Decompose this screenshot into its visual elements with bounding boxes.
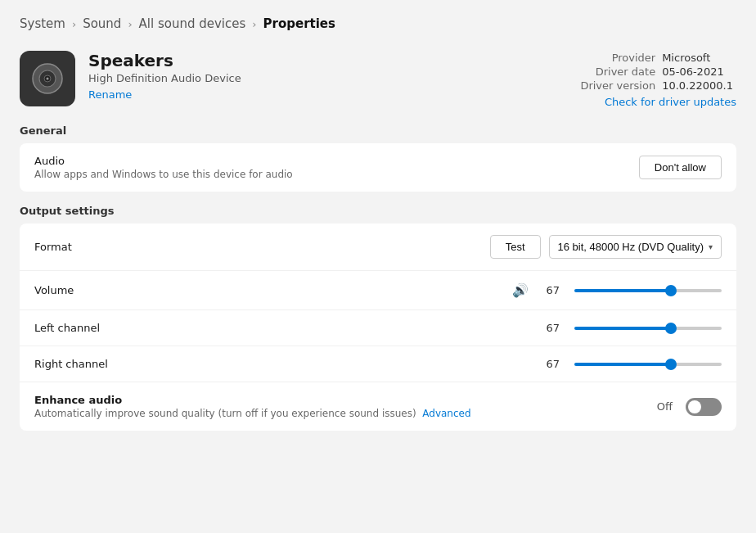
left-channel-slider[interactable] [574, 327, 722, 330]
right-channel-row: Right channel 67 [20, 346, 736, 382]
breadcrumb-sound[interactable]: Sound [83, 16, 121, 31]
check-driver-updates-link[interactable]: Check for driver updates [605, 96, 736, 108]
enhance-audio-sub: Automatically improve sound quality (tur… [34, 408, 657, 419]
left-channel-value: 67 [542, 322, 560, 334]
right-channel-slider-container [574, 363, 722, 366]
general-card: Audio Allow apps and Windows to use this… [20, 143, 736, 192]
volume-icon: 🔊 [512, 282, 529, 298]
left-channel-title: Left channel [34, 322, 542, 334]
format-label: Format [34, 241, 490, 253]
general-section-label: General [20, 124, 736, 137]
left-channel-label: Left channel [34, 322, 542, 334]
rename-link[interactable]: Rename [88, 88, 132, 101]
svg-point-3 [47, 78, 49, 80]
dont-allow-button[interactable]: Don't allow [639, 156, 722, 179]
format-dropdown[interactable]: 16 bit, 48000 Hz (DVD Quality) ▾ [549, 235, 722, 259]
breadcrumb-sep-3: › [252, 18, 256, 30]
device-info: Speakers High Definition Audio Device Re… [88, 51, 577, 101]
audio-label: Audio Allow apps and Windows to use this… [34, 155, 639, 180]
audio-row: Audio Allow apps and Windows to use this… [20, 143, 736, 192]
provider-label: Provider [577, 51, 659, 65]
device-icon [20, 51, 75, 106]
format-controls: Test 16 bit, 48000 Hz (DVD Quality) ▾ [490, 235, 722, 259]
driver-version-label: Driver version [577, 79, 659, 93]
enhance-audio-title: Enhance audio [34, 394, 657, 406]
volume-controls: 🔊 67 [512, 282, 722, 298]
device-sub: High Definition Audio Device [88, 72, 577, 84]
advanced-link[interactable]: Advanced [422, 408, 470, 419]
breadcrumb-sep-2: › [128, 18, 132, 30]
right-channel-title: Right channel [34, 358, 542, 370]
format-row: Format Test 16 bit, 48000 Hz (DVD Qualit… [20, 224, 736, 271]
left-channel-controls: 67 [542, 322, 722, 334]
left-channel-slider-container [574, 327, 722, 330]
volume-value: 67 [542, 284, 560, 296]
volume-slider[interactable] [574, 289, 722, 292]
output-settings-section-label: Output settings [20, 205, 736, 217]
test-button[interactable]: Test [490, 235, 541, 259]
right-channel-slider[interactable] [574, 363, 722, 366]
audio-sub: Allow apps and Windows to use this devic… [34, 169, 639, 180]
breadcrumb-current: Properties [263, 16, 335, 31]
volume-row: Volume 🔊 67 [20, 271, 736, 310]
toggle-slider [686, 398, 722, 416]
right-channel-controls: 67 [542, 358, 722, 370]
device-header: Speakers High Definition Audio Device Re… [20, 51, 736, 108]
audio-title: Audio [34, 155, 639, 167]
enhance-audio-toggle[interactable] [686, 398, 722, 416]
volume-title: Volume [34, 284, 512, 296]
enhance-off-label: Off [657, 400, 673, 413]
provider-value: Microsoft [659, 51, 736, 65]
breadcrumb-system[interactable]: System [20, 16, 65, 31]
volume-slider-container [574, 289, 722, 292]
right-channel-value: 67 [542, 358, 560, 370]
audio-controls: Don't allow [639, 156, 722, 179]
enhance-audio-controls: Off [657, 398, 722, 416]
enhance-audio-row: Enhance audio Automatically improve soun… [20, 382, 736, 431]
breadcrumb: System › Sound › All sound devices › Pro… [20, 16, 736, 31]
breadcrumb-all-sound-devices[interactable]: All sound devices [139, 16, 246, 31]
format-title: Format [34, 241, 490, 253]
device-name: Speakers [88, 51, 577, 70]
driver-date-value: 05-06-2021 [659, 65, 736, 79]
right-channel-label: Right channel [34, 358, 542, 370]
enhance-audio-label: Enhance audio Automatically improve soun… [34, 394, 657, 419]
driver-date-label: Driver date [577, 65, 659, 79]
format-selected: 16 bit, 48000 Hz (DVD Quality) [558, 241, 704, 253]
speaker-icon [30, 61, 65, 96]
driver-version-value: 10.0.22000.1 [659, 79, 736, 93]
driver-info: Provider Microsoft Driver date 05-06-202… [577, 51, 736, 108]
volume-label: Volume [34, 284, 512, 296]
left-channel-row: Left channel 67 [20, 310, 736, 346]
output-settings-card: Format Test 16 bit, 48000 Hz (DVD Qualit… [20, 224, 736, 431]
chevron-down-icon: ▾ [709, 242, 713, 251]
breadcrumb-sep-1: › [72, 18, 76, 30]
